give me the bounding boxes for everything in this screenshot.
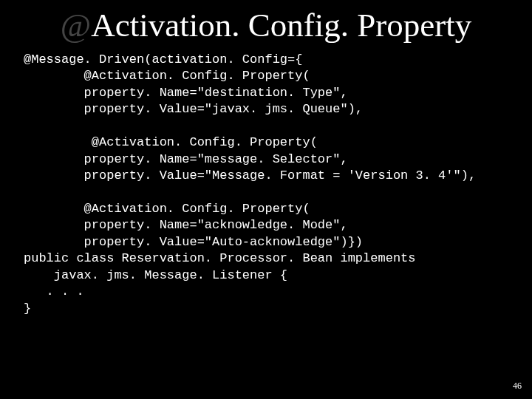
title-text: Activation. Config. Property [91, 7, 471, 44]
slide: @Activation. Config. Property @Message. … [0, 0, 532, 399]
title-at: @ [61, 7, 91, 44]
slide-title: @Activation. Config. Property [0, 0, 532, 49]
page-number: 46 [513, 381, 522, 392]
code-block: @Message. Driven(activation. Config={ @A… [0, 49, 532, 317]
